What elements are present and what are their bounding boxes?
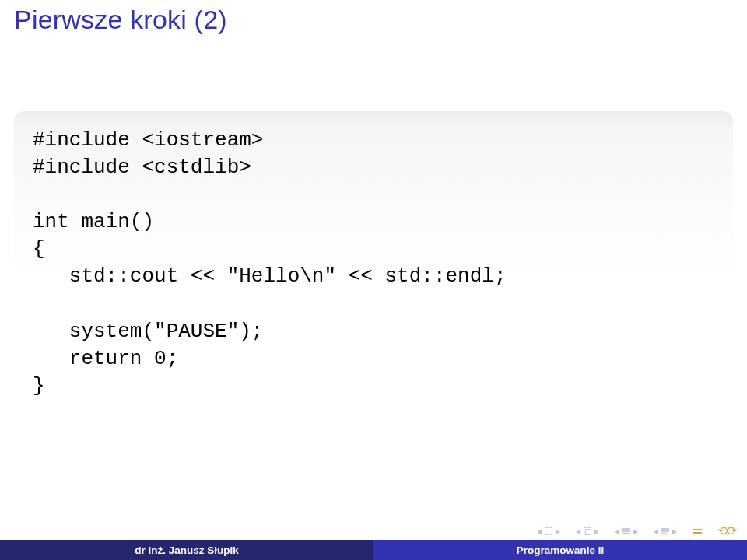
footer-course: Programowanie II	[374, 540, 747, 560]
chevron-left-icon: ◂	[576, 526, 580, 537]
chevron-right-icon: ▸	[633, 526, 638, 537]
nav-doc-group[interactable]: ◂ ▸	[654, 526, 677, 537]
nav-frame-group[interactable]: ◂ ▸	[537, 526, 560, 537]
code-line: std::cout << "Hello\n" << std::endl;	[33, 264, 507, 288]
chevron-left-icon: ◂	[537, 526, 542, 537]
code-line: system("PAUSE");	[33, 320, 263, 343]
chevron-left-icon: ◂	[654, 526, 658, 537]
chevron-right-icon: ▸	[556, 526, 560, 537]
nav-back-forward-icon[interactable]: ⟲⟳	[717, 523, 736, 538]
code-line: }	[33, 374, 45, 397]
subsection-icon	[584, 527, 591, 535]
code-block: #include <iostream> #include <cstdlib> i…	[14, 111, 733, 420]
code-line: {	[33, 237, 45, 261]
nav-section-group[interactable]: ◂ ▸	[615, 526, 638, 537]
footer-author: dr inż. Janusz Słupik	[0, 540, 374, 560]
beamer-nav: ◂ ▸ ◂ ▸ ◂ ▸ ◂ ▸ ⟲⟳	[537, 523, 736, 538]
code-line: #include <cstdlib>	[33, 156, 251, 179]
code-line: #include <iostream>	[33, 128, 263, 152]
nav-appendix-icon[interactable]	[693, 529, 702, 534]
chevron-right-icon: ▸	[672, 526, 677, 537]
section-icon	[622, 528, 630, 534]
doc-icon	[661, 528, 669, 534]
footer: dr inż. Janusz Słupik Programowanie II	[0, 540, 747, 560]
nav-subsection-group[interactable]: ◂ ▸	[576, 526, 599, 537]
code-line: int main()	[33, 210, 154, 233]
frame-icon	[545, 527, 552, 535]
chevron-right-icon: ▸	[594, 526, 599, 537]
chevron-left-icon: ◂	[615, 526, 619, 537]
code-line: return 0;	[33, 347, 178, 370]
slide-title: Pierwsze kroki (2)	[0, 0, 747, 43]
